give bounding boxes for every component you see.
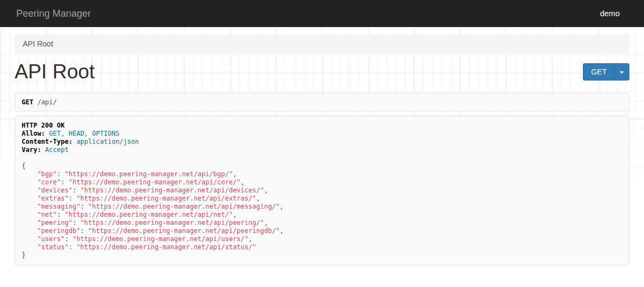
api-link[interactable]: "https://demo.peering-manager.net/api/ne… <box>64 211 233 218</box>
json-entry: "bgp":"https://demo.peering-manager.net/… <box>22 170 622 178</box>
json-colon: : <box>69 243 73 251</box>
api-link[interactable]: "https://demo.peering-manager.net/api/co… <box>69 178 241 186</box>
json-key: "bgp" <box>37 170 57 178</box>
open-brace: { <box>22 162 25 170</box>
json-key: "status" <box>37 243 69 251</box>
response-header-line: Allow:GET, HEAD, OPTIONS <box>22 130 622 138</box>
page-header: API Root GET <box>15 57 629 87</box>
json-entry: "core":"https://demo.peering-manager.net… <box>22 178 622 186</box>
json-comma: , <box>241 178 245 186</box>
json-comma: , <box>280 227 284 235</box>
api-link[interactable]: "https://demo.peering-manager.net/api/de… <box>80 186 264 194</box>
json-entry: "peering":"https://demo.peering-manager.… <box>22 219 622 227</box>
json-comma: , <box>248 235 252 243</box>
json-colon: : <box>80 227 84 235</box>
get-button[interactable]: GET <box>583 63 614 81</box>
get-dropdown-toggle[interactable] <box>614 63 629 81</box>
breadcrumb: API Root <box>15 35 629 54</box>
json-key: "messaging" <box>37 203 80 210</box>
api-link[interactable]: "https://demo.peering-manager.net/api/pe… <box>88 227 280 235</box>
header-name: Content-Type: <box>22 138 73 145</box>
json-entry: "net":"https://demo.peering-manager.net/… <box>22 211 622 219</box>
json-key: "core" <box>37 178 61 186</box>
json-key: "peeringdb" <box>37 227 80 235</box>
header-value: application/json <box>76 138 139 145</box>
header-name: Vary: <box>22 146 41 153</box>
json-key: "devices" <box>37 186 73 194</box>
request-path: /api/ <box>37 98 57 106</box>
header-value: Accept <box>45 146 68 153</box>
json-comma: , <box>264 219 268 226</box>
json-entry: "extras":"https://demo.peering-manager.n… <box>22 195 622 203</box>
blank-line <box>22 154 622 162</box>
json-colon: : <box>80 203 84 210</box>
header-value: GET, HEAD, OPTIONS <box>49 130 120 137</box>
api-link[interactable]: "https://demo.peering-manager.net/api/bg… <box>64 170 233 178</box>
json-comma: , <box>233 170 236 178</box>
json-comma: , <box>233 211 236 218</box>
json-key: "users" <box>37 235 65 243</box>
navbar: Peering Manager demo <box>0 0 644 27</box>
header-name: Allow: <box>22 130 45 137</box>
json-key: "net" <box>37 211 57 218</box>
json-colon: : <box>73 219 76 226</box>
json-entry: "peeringdb":"https://demo.peering-manage… <box>22 227 622 235</box>
breadcrumb-item-api-root[interactable]: API Root <box>23 39 53 48</box>
api-link[interactable]: "https://demo.peering-manager.net/api/st… <box>76 243 256 251</box>
user-menu[interactable]: demo <box>592 9 628 18</box>
json-key: "peering" <box>37 219 73 226</box>
main-content: API Root API Root GET GET/api/ HTTP 200 … <box>15 35 629 265</box>
chevron-down-icon <box>620 71 624 74</box>
json-entry: "messaging":"https://demo.peering-manage… <box>22 203 622 211</box>
response-headers: Allow:GET, HEAD, OPTIONS Content-Type:ap… <box>22 130 622 154</box>
json-entry: "users":"https://demo.peering-manager.ne… <box>22 235 622 243</box>
json-colon: : <box>61 178 64 186</box>
api-link[interactable]: "https://demo.peering-manager.net/api/ex… <box>76 195 256 202</box>
response-json-body: "bgp":"https://demo.peering-manager.net/… <box>22 170 622 251</box>
json-colon: : <box>73 186 76 194</box>
json-colon: : <box>64 235 68 243</box>
json-comma: , <box>280 203 284 210</box>
json-comma: , <box>256 195 260 202</box>
json-entry: "status":"https://demo.peering-manager.n… <box>22 243 622 251</box>
get-button-group: GET <box>583 63 629 81</box>
close-brace: } <box>22 251 25 259</box>
page-title: API Root <box>15 61 95 83</box>
api-link[interactable]: "https://demo.peering-manager.net/api/me… <box>88 203 280 210</box>
json-entry: "devices":"https://demo.peering-manager.… <box>22 186 622 195</box>
api-link[interactable]: "https://demo.peering-manager.net/api/pe… <box>80 219 264 226</box>
api-link[interactable]: "https://demo.peering-manager.net/api/us… <box>73 235 248 243</box>
response-info: HTTP 200 OK Allow:GET, HEAD, OPTIONS Con… <box>15 116 629 265</box>
request-method: GET <box>22 98 34 106</box>
response-header-line: Vary:Accept <box>22 146 622 154</box>
response-header-line: Content-Type:application/json <box>22 138 622 146</box>
json-colon: : <box>69 195 73 202</box>
json-key: "extras" <box>37 195 69 202</box>
json-colon: : <box>57 211 61 218</box>
brand-link[interactable]: Peering Manager <box>16 8 91 19</box>
json-colon: : <box>57 170 61 178</box>
request-info: GET/api/ <box>15 93 629 111</box>
json-comma: , <box>264 186 268 194</box>
status-line: HTTP 200 OK <box>22 122 64 129</box>
